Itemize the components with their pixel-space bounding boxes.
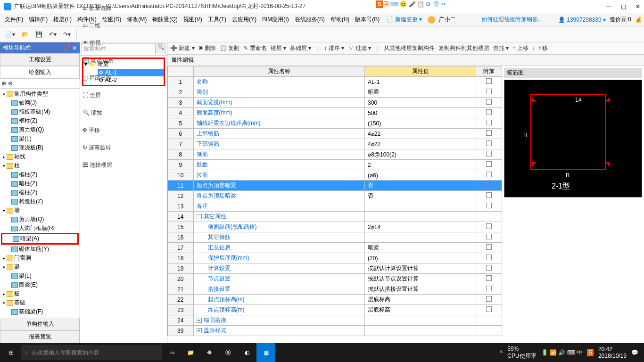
tree-node[interactable]: 剪力墙(Q) bbox=[1, 125, 79, 134]
tree-node[interactable]: ▾ 柱 bbox=[1, 161, 79, 170]
prop-row[interactable]: 20 节点设置 按默认节点设置计算 bbox=[168, 274, 502, 284]
component-root[interactable]: ▾ 📁 暗梁 bbox=[83, 60, 164, 69]
prop-row[interactable]: 8 箍筋 ⌀8@100(2) bbox=[168, 149, 502, 160]
prop-row[interactable]: 12 终点为顶层暗梁 否 bbox=[168, 191, 502, 201]
maximize-button[interactable]: ▢ bbox=[621, 3, 626, 10]
menu-item[interactable]: BIM应用(I) bbox=[259, 15, 292, 24]
tree-node[interactable]: 框柱(Z) bbox=[1, 170, 79, 179]
prop-row[interactable]: 13 备注 bbox=[168, 201, 502, 212]
tree-node[interactable]: 砌体加筋(Y) bbox=[1, 245, 79, 254]
component-al2[interactable]: ⚙ AL-2 bbox=[98, 76, 164, 84]
search-button[interactable]: 🔍 bbox=[156, 43, 166, 54]
property-table[interactable]: 属性名称 属性值 附加 1 名称 AL-1 2 类别 暗梁 3 截面宽度(mm)… bbox=[167, 66, 502, 336]
tree-node[interactable]: ▸ 门窗洞 bbox=[1, 254, 79, 263]
toolbar-复制[interactable]: 📋 复制 bbox=[220, 44, 239, 52]
open-icon[interactable]: 📂 bbox=[19, 30, 31, 39]
explorer-icon[interactable]: 📁 bbox=[181, 343, 200, 362]
menu-item[interactable]: 视图(V) bbox=[181, 15, 205, 24]
tree-node[interactable]: ▾ 常用构件类型 bbox=[1, 90, 79, 99]
tab-single-input[interactable]: 单构件输入 bbox=[0, 318, 80, 330]
phone-number[interactable]: 👤 13907298339 ▾ bbox=[558, 16, 606, 23]
tree-node[interactable]: ▾ 墙 bbox=[1, 206, 79, 215]
new-change-button[interactable]: 📄 新建变更 ▾ bbox=[383, 14, 425, 25]
toolbar-排序[interactable]: ↕ 排序 ▾ bbox=[324, 44, 345, 52]
component-al1[interactable]: ⚙ AL-1 bbox=[98, 69, 164, 76]
menu-item[interactable]: 编辑(E) bbox=[26, 15, 50, 24]
menu-item[interactable]: 云应用(Y) bbox=[229, 15, 259, 24]
tree-node[interactable]: 人防门框墙(RF bbox=[1, 224, 79, 233]
toolbar-查找[interactable]: 查找 ▾ bbox=[493, 44, 509, 52]
toolbar-上移[interactable]: ↑ 上移 bbox=[512, 44, 528, 52]
toolbar-批量选择[interactable]: ☑ 批量选择 bbox=[80, 3, 122, 14]
tree-node[interactable]: 梁(L) bbox=[1, 134, 79, 143]
menu-item[interactable]: 楼层(L) bbox=[50, 15, 74, 24]
tree-node[interactable]: 筏板基础(M) bbox=[1, 107, 79, 116]
menu-item[interactable]: 钢筋量(Q) bbox=[149, 15, 180, 24]
help-link[interactable]: 如何处理筏板附加钢筋.. bbox=[479, 14, 544, 25]
notification-icon[interactable]: 💬 bbox=[631, 349, 638, 356]
edge-icon[interactable]: ⓔ bbox=[219, 343, 238, 362]
toolbar-从其他楼层复制构件[interactable]: 从其他楼层复制构件 bbox=[384, 44, 435, 52]
expand-icon[interactable]: ⊕ bbox=[1, 80, 6, 87]
tab-report-preview[interactable]: 报表预览 bbox=[0, 330, 80, 343]
prop-row[interactable]: 3 截面宽度(mm) 300 bbox=[168, 98, 502, 108]
sogou-tray-icon[interactable]: S bbox=[587, 349, 594, 356]
tree-node[interactable]: ▸ 轴线 bbox=[1, 152, 79, 161]
pin-icon[interactable]: 📌 ✕ bbox=[64, 45, 77, 51]
prop-row[interactable]: 11 起点为顶层暗梁 否 bbox=[168, 181, 502, 191]
prop-row[interactable]: 5 轴线距梁左边线距离(mm) (150) bbox=[168, 118, 502, 129]
toolbar-复制构件到其他楼层[interactable]: 复制构件到其他楼层 bbox=[438, 44, 489, 52]
prop-row[interactable]: 18 保护层厚度(mm) (20) bbox=[168, 253, 502, 263]
tree-node[interactable]: 现浇板(B) bbox=[1, 143, 79, 152]
toolbar-下移[interactable]: ↓ 下移 bbox=[532, 44, 548, 52]
tree-node[interactable]: 梁(L) bbox=[1, 272, 79, 280]
prop-row[interactable]: 14 -其它属性 bbox=[168, 212, 502, 222]
prop-row[interactable]: 7 下部钢筋 4⌀22 bbox=[168, 139, 502, 149]
user-short[interactable]: 广小二 bbox=[436, 14, 459, 25]
prop-row[interactable]: 39 +显示样式 bbox=[168, 326, 502, 336]
redo-icon[interactable]: ↷▾ bbox=[61, 30, 73, 39]
menu-item[interactable]: 修改(M) bbox=[124, 15, 149, 24]
minimize-button[interactable]: — bbox=[606, 3, 611, 10]
tree-node[interactable]: 构造柱(Z) bbox=[1, 197, 79, 206]
undo-icon[interactable]: ↶▾ bbox=[47, 30, 59, 39]
tree-node[interactable]: 暗柱(Z) bbox=[1, 179, 79, 188]
tree-node[interactable]: ▾ 基础 bbox=[1, 298, 79, 307]
tree-node[interactable]: 剪力墙(Q) bbox=[1, 215, 79, 224]
component-instance-tree[interactable]: ▾ 📁 暗梁 ⚙ AL-1 ⚙ AL-2 bbox=[80, 56, 167, 343]
close-button[interactable]: ✕ bbox=[636, 3, 640, 10]
menu-item[interactable]: 工具(T) bbox=[205, 15, 229, 24]
menu-item[interactable]: 版本号(B) bbox=[352, 15, 382, 24]
collapse-icon[interactable]: ⊖ bbox=[8, 80, 13, 87]
prop-row[interactable]: 9 肢数 2 bbox=[168, 160, 502, 170]
prop-row[interactable]: 4 截面高度(mm) 500 bbox=[168, 108, 502, 118]
tab-project-settings[interactable]: 工程设置 bbox=[0, 53, 80, 66]
cortana-search[interactable]: ○ 在这里输入你要搜索的内容 bbox=[21, 345, 162, 360]
tab-draw-input[interactable]: 绘图输入 bbox=[0, 66, 80, 79]
prop-row[interactable]: 24 +锚固搭接 bbox=[168, 315, 502, 326]
prop-row[interactable]: 2 类别 暗梁 bbox=[168, 87, 502, 98]
active-app-icon[interactable]: ▦ bbox=[256, 343, 275, 362]
toolbar-过滤[interactable]: ▽ 过滤 ▾ bbox=[348, 44, 371, 52]
toolbar-新建[interactable]: ➕ 新建 ▾ bbox=[170, 44, 195, 52]
toolbar-二维[interactable]: ▭ 二维 bbox=[80, 20, 122, 31]
tree-node[interactable]: 暗梁(A) bbox=[1, 233, 79, 245]
app-icon-1[interactable]: ❋ bbox=[200, 343, 219, 362]
tray-up-icon[interactable]: ^ bbox=[500, 349, 503, 356]
prop-row[interactable]: 6 上部钢筋 4⌀22 bbox=[168, 129, 502, 139]
prop-row[interactable]: 15 侧面纵筋(总配筋值) 2⌀14 bbox=[168, 222, 502, 232]
tree-node[interactable]: 圈梁(E) bbox=[1, 280, 79, 289]
tree-node[interactable]: 轴网(J) bbox=[1, 99, 79, 107]
new-file-icon[interactable]: 📄▾ bbox=[3, 30, 17, 39]
component-type-tree[interactable]: ▾ 常用构件类型轴网(J)筏板基础(M)框柱(Z)剪力墙(Q)梁(L)现浇板(B… bbox=[0, 89, 80, 318]
app-icon-2[interactable]: ◐ bbox=[238, 343, 256, 362]
toolbar-重命名[interactable]: ✎ 重命名 bbox=[243, 44, 266, 52]
windows-taskbar[interactable]: ⊞ ○ 在这里输入你要搜索的内容 ▭ 📁 ❋ ⓔ ◐ ▦ ^ 59%CPU使用率… bbox=[0, 343, 644, 362]
start-button[interactable]: ⊞ bbox=[2, 343, 21, 362]
tree-node[interactable]: ▸ 板 bbox=[1, 289, 79, 298]
menu-item[interactable]: 文件(F) bbox=[2, 15, 26, 24]
toolbar-删除[interactable]: ✖ 删除 bbox=[198, 44, 216, 52]
clock[interactable]: 20:422018/10/19 bbox=[598, 346, 627, 359]
tree-node[interactable]: ▾ 梁 bbox=[1, 263, 79, 272]
prop-row[interactable]: 22 起点顶标高(m) 层底标高 bbox=[168, 295, 502, 305]
